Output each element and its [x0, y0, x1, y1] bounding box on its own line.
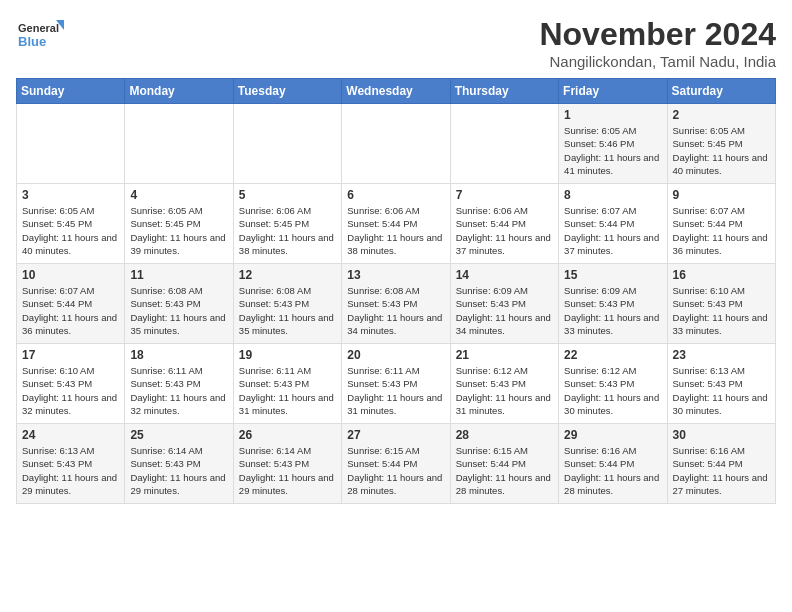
weekday-header-wednesday: Wednesday: [342, 79, 450, 104]
day-number: 1: [564, 108, 661, 122]
day-info: Sunrise: 6:13 AM Sunset: 5:43 PM Dayligh…: [22, 444, 119, 497]
day-number: 9: [673, 188, 770, 202]
day-info: Sunrise: 6:06 AM Sunset: 5:44 PM Dayligh…: [347, 204, 444, 257]
day-cell: 15Sunrise: 6:09 AM Sunset: 5:43 PM Dayli…: [559, 264, 667, 344]
month-title: November 2024: [539, 16, 776, 53]
day-cell: 1Sunrise: 6:05 AM Sunset: 5:46 PM Daylig…: [559, 104, 667, 184]
day-cell: 30Sunrise: 6:16 AM Sunset: 5:44 PM Dayli…: [667, 424, 775, 504]
day-info: Sunrise: 6:07 AM Sunset: 5:44 PM Dayligh…: [673, 204, 770, 257]
day-cell: 27Sunrise: 6:15 AM Sunset: 5:44 PM Dayli…: [342, 424, 450, 504]
day-number: 16: [673, 268, 770, 282]
weekday-header-thursday: Thursday: [450, 79, 558, 104]
day-number: 8: [564, 188, 661, 202]
week-row-4: 17Sunrise: 6:10 AM Sunset: 5:43 PM Dayli…: [17, 344, 776, 424]
day-number: 7: [456, 188, 553, 202]
location: Nangilickondan, Tamil Nadu, India: [539, 53, 776, 70]
day-cell: 20Sunrise: 6:11 AM Sunset: 5:43 PM Dayli…: [342, 344, 450, 424]
day-number: 15: [564, 268, 661, 282]
day-info: Sunrise: 6:15 AM Sunset: 5:44 PM Dayligh…: [456, 444, 553, 497]
svg-text:Blue: Blue: [18, 34, 46, 49]
day-info: Sunrise: 6:06 AM Sunset: 5:45 PM Dayligh…: [239, 204, 336, 257]
day-cell: 25Sunrise: 6:14 AM Sunset: 5:43 PM Dayli…: [125, 424, 233, 504]
day-cell: 24Sunrise: 6:13 AM Sunset: 5:43 PM Dayli…: [17, 424, 125, 504]
day-number: 27: [347, 428, 444, 442]
day-info: Sunrise: 6:10 AM Sunset: 5:43 PM Dayligh…: [673, 284, 770, 337]
day-cell: [342, 104, 450, 184]
day-info: Sunrise: 6:11 AM Sunset: 5:43 PM Dayligh…: [239, 364, 336, 417]
day-info: Sunrise: 6:13 AM Sunset: 5:43 PM Dayligh…: [673, 364, 770, 417]
day-cell: 10Sunrise: 6:07 AM Sunset: 5:44 PM Dayli…: [17, 264, 125, 344]
day-number: 12: [239, 268, 336, 282]
day-info: Sunrise: 6:14 AM Sunset: 5:43 PM Dayligh…: [130, 444, 227, 497]
day-info: Sunrise: 6:05 AM Sunset: 5:45 PM Dayligh…: [130, 204, 227, 257]
day-info: Sunrise: 6:08 AM Sunset: 5:43 PM Dayligh…: [239, 284, 336, 337]
day-cell: 14Sunrise: 6:09 AM Sunset: 5:43 PM Dayli…: [450, 264, 558, 344]
day-info: Sunrise: 6:16 AM Sunset: 5:44 PM Dayligh…: [673, 444, 770, 497]
day-number: 11: [130, 268, 227, 282]
day-cell: 11Sunrise: 6:08 AM Sunset: 5:43 PM Dayli…: [125, 264, 233, 344]
day-cell: 9Sunrise: 6:07 AM Sunset: 5:44 PM Daylig…: [667, 184, 775, 264]
day-info: Sunrise: 6:07 AM Sunset: 5:44 PM Dayligh…: [564, 204, 661, 257]
day-number: 4: [130, 188, 227, 202]
day-number: 28: [456, 428, 553, 442]
svg-text:General: General: [18, 22, 59, 34]
day-info: Sunrise: 6:08 AM Sunset: 5:43 PM Dayligh…: [347, 284, 444, 337]
day-cell: 4Sunrise: 6:05 AM Sunset: 5:45 PM Daylig…: [125, 184, 233, 264]
day-info: Sunrise: 6:06 AM Sunset: 5:44 PM Dayligh…: [456, 204, 553, 257]
day-cell: 19Sunrise: 6:11 AM Sunset: 5:43 PM Dayli…: [233, 344, 341, 424]
day-number: 13: [347, 268, 444, 282]
logo-svg: General Blue: [16, 16, 66, 58]
day-info: Sunrise: 6:05 AM Sunset: 5:45 PM Dayligh…: [673, 124, 770, 177]
day-number: 21: [456, 348, 553, 362]
day-cell: 17Sunrise: 6:10 AM Sunset: 5:43 PM Dayli…: [17, 344, 125, 424]
week-row-1: 1Sunrise: 6:05 AM Sunset: 5:46 PM Daylig…: [17, 104, 776, 184]
day-info: Sunrise: 6:11 AM Sunset: 5:43 PM Dayligh…: [347, 364, 444, 417]
day-number: 10: [22, 268, 119, 282]
day-cell: 26Sunrise: 6:14 AM Sunset: 5:43 PM Dayli…: [233, 424, 341, 504]
logo: General Blue: [16, 16, 66, 58]
day-cell: 28Sunrise: 6:15 AM Sunset: 5:44 PM Dayli…: [450, 424, 558, 504]
day-cell: 16Sunrise: 6:10 AM Sunset: 5:43 PM Dayli…: [667, 264, 775, 344]
day-info: Sunrise: 6:10 AM Sunset: 5:43 PM Dayligh…: [22, 364, 119, 417]
day-cell: [233, 104, 341, 184]
day-number: 19: [239, 348, 336, 362]
day-cell: [17, 104, 125, 184]
weekday-header-sunday: Sunday: [17, 79, 125, 104]
day-number: 2: [673, 108, 770, 122]
weekday-header-saturday: Saturday: [667, 79, 775, 104]
day-cell: 21Sunrise: 6:12 AM Sunset: 5:43 PM Dayli…: [450, 344, 558, 424]
day-cell: [125, 104, 233, 184]
day-number: 3: [22, 188, 119, 202]
day-cell: 7Sunrise: 6:06 AM Sunset: 5:44 PM Daylig…: [450, 184, 558, 264]
weekday-header-row: SundayMondayTuesdayWednesdayThursdayFrid…: [17, 79, 776, 104]
day-number: 18: [130, 348, 227, 362]
day-info: Sunrise: 6:08 AM Sunset: 5:43 PM Dayligh…: [130, 284, 227, 337]
day-number: 24: [22, 428, 119, 442]
day-cell: [450, 104, 558, 184]
day-cell: 8Sunrise: 6:07 AM Sunset: 5:44 PM Daylig…: [559, 184, 667, 264]
day-info: Sunrise: 6:12 AM Sunset: 5:43 PM Dayligh…: [564, 364, 661, 417]
calendar-table: SundayMondayTuesdayWednesdayThursdayFrid…: [16, 78, 776, 504]
day-cell: 2Sunrise: 6:05 AM Sunset: 5:45 PM Daylig…: [667, 104, 775, 184]
day-cell: 13Sunrise: 6:08 AM Sunset: 5:43 PM Dayli…: [342, 264, 450, 344]
day-cell: 6Sunrise: 6:06 AM Sunset: 5:44 PM Daylig…: [342, 184, 450, 264]
day-number: 5: [239, 188, 336, 202]
day-info: Sunrise: 6:14 AM Sunset: 5:43 PM Dayligh…: [239, 444, 336, 497]
day-number: 25: [130, 428, 227, 442]
day-number: 26: [239, 428, 336, 442]
day-number: 23: [673, 348, 770, 362]
day-number: 6: [347, 188, 444, 202]
week-row-5: 24Sunrise: 6:13 AM Sunset: 5:43 PM Dayli…: [17, 424, 776, 504]
day-cell: 18Sunrise: 6:11 AM Sunset: 5:43 PM Dayli…: [125, 344, 233, 424]
day-info: Sunrise: 6:07 AM Sunset: 5:44 PM Dayligh…: [22, 284, 119, 337]
day-cell: 5Sunrise: 6:06 AM Sunset: 5:45 PM Daylig…: [233, 184, 341, 264]
weekday-header-friday: Friday: [559, 79, 667, 104]
day-cell: 29Sunrise: 6:16 AM Sunset: 5:44 PM Dayli…: [559, 424, 667, 504]
day-cell: 23Sunrise: 6:13 AM Sunset: 5:43 PM Dayli…: [667, 344, 775, 424]
day-number: 17: [22, 348, 119, 362]
week-row-2: 3Sunrise: 6:05 AM Sunset: 5:45 PM Daylig…: [17, 184, 776, 264]
day-info: Sunrise: 6:05 AM Sunset: 5:46 PM Dayligh…: [564, 124, 661, 177]
weekday-header-tuesday: Tuesday: [233, 79, 341, 104]
day-info: Sunrise: 6:12 AM Sunset: 5:43 PM Dayligh…: [456, 364, 553, 417]
day-number: 29: [564, 428, 661, 442]
